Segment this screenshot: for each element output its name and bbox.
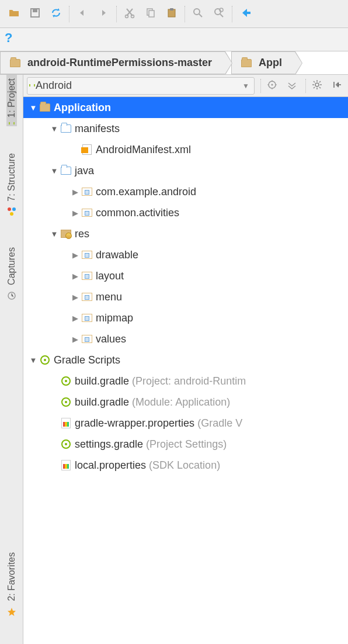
expand-toggle[interactable] [49,167,60,175]
find-usages-icon [213,7,225,20]
copy-button[interactable] [140,4,161,25]
node-label: layout [96,270,124,282]
folder-icon [9,57,22,70]
copy-icon [145,7,156,20]
expand-toggle[interactable] [70,335,81,344]
package-icon [81,269,93,282]
svg-point-13 [8,207,11,211]
node-label: Gradle Scripts [54,354,120,366]
node-hint: (Gradle V [197,417,242,430]
res-folder-icon [60,227,72,240]
cut-button[interactable] [119,4,140,25]
open-folder-button[interactable] [4,4,25,25]
clock-icon [7,291,16,302]
expand-toggle[interactable] [70,209,81,217]
node-label: gradle-wrapper.properties [75,417,194,430]
svg-point-18 [272,84,273,86]
node-hint: (Module: Application) [132,396,230,408]
expand-toggle[interactable] [70,314,81,323]
sync-icon [50,7,62,20]
side-tab-favorites[interactable]: 2: Favorites [6,549,17,621]
scroll-from-source-button[interactable] [263,77,281,95]
gradle-icon [60,375,72,387]
tree-node-package[interactable]: com.example.android [23,181,348,202]
tree-node-gradle-file[interactable]: settings.gradle (Project Settings) [23,434,348,455]
expand-toggle[interactable] [28,103,39,112]
tree-node-resdir[interactable]: drawable [23,244,348,265]
collapse-all-button[interactable] [283,77,301,95]
package-icon [81,248,93,261]
package-icon [81,311,93,324]
expand-toggle[interactable] [70,251,81,259]
breadcrumb: android-RuntimePermissions-master Appl [0,51,348,75]
xml-file-icon [81,143,93,156]
node-label: res [75,228,89,240]
package-icon [81,206,93,219]
side-tab-project[interactable]: 1: Project [6,75,17,126]
search-icon [192,7,204,20]
node-label: AndroidManifest.xml [96,144,191,156]
breadcrumb-item[interactable]: Appl [231,51,295,74]
expand-toggle[interactable] [70,188,81,196]
help-icon[interactable]: ? [5,30,12,46]
tree-node-resdir[interactable]: mipmap [23,307,348,328]
help-row: ? [0,28,348,51]
expand-toggle[interactable] [28,356,39,365]
find-button[interactable] [187,4,208,25]
nav-back-button[interactable] [235,4,256,25]
svg-point-8 [194,9,200,15]
target-icon [267,79,277,92]
expand-toggle[interactable] [70,272,81,281]
paste-button[interactable] [161,4,182,25]
project-tree[interactable]: Application manifests AndroidManifest.xm… [23,97,348,644]
node-label: manifests [75,123,120,135]
toolbar-separator [69,6,69,22]
arrow-left-icon [239,6,252,21]
tree-node-gradle-scripts[interactable]: Gradle Scripts [23,349,348,371]
redo-icon [98,7,109,20]
node-label: mipmap [96,312,133,324]
side-tab-captures[interactable]: Captures [6,244,17,304]
breadcrumb-item[interactable]: android-RuntimePermissions-master [0,51,225,74]
expand-toggle[interactable] [70,293,81,302]
svg-point-19 [315,83,319,86]
side-tab-structure[interactable]: 7: Structure [6,150,17,221]
redo-button[interactable] [93,4,114,25]
tree-node-properties-file[interactable]: local.properties (SDK Location) [23,455,348,476]
find-usages-button[interactable] [208,4,229,25]
node-label: build.gradle [75,396,129,408]
hide-panel-button[interactable] [328,77,346,95]
tree-node-gradle-file[interactable]: build.gradle (Project: android-Runtim [23,371,348,392]
node-label: build.gradle [75,375,129,387]
tree-node-resdir[interactable]: layout [23,265,348,286]
tree-node-properties-file[interactable]: gradle-wrapper.properties (Gradle V [23,413,348,434]
node-label: Application [54,102,111,114]
structure-icon [7,207,16,218]
tree-node-gradle-file[interactable]: build.gradle (Module: Application) [23,392,348,413]
tree-node-res[interactable]: res [23,223,348,244]
save-button[interactable] [25,4,46,25]
package-icon [81,290,93,303]
svg-line-9 [199,14,202,17]
tree-node-package[interactable]: common.activities [23,202,348,223]
tree-node-resdir[interactable]: menu [23,286,348,307]
node-label: java [75,165,94,177]
module-folder-icon [39,101,51,114]
expand-toggle[interactable] [49,230,60,238]
settings-button[interactable] [308,77,326,95]
tree-node-manifests[interactable]: manifests [23,118,348,139]
paste-icon [166,7,178,20]
tree-node-java[interactable]: java [23,160,348,181]
tree-node-resdir[interactable]: values [23,328,348,349]
tree-node-application[interactable]: Application [23,97,348,118]
svg-rect-5 [149,11,154,17]
svg-point-2 [126,15,128,18]
breadcrumb-label: android-RuntimePermissions-master [27,57,212,69]
view-mode-dropdown[interactable]: Android ▼ [27,77,255,95]
tree-node-manifest-file[interactable]: AndroidManifest.xml [23,139,348,160]
undo-button[interactable] [72,4,93,25]
sync-button[interactable] [46,4,67,25]
expand-toggle[interactable] [49,124,60,133]
svg-point-14 [12,207,16,211]
node-label: drawable [96,249,138,261]
